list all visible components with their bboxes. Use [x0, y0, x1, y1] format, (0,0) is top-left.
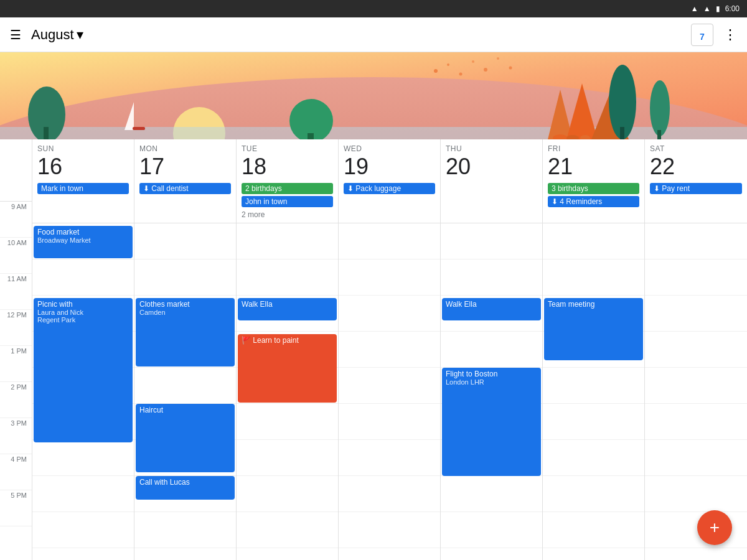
svg-rect-14 [620, 127, 624, 139]
status-time: 6:00 [725, 4, 740, 13]
day-num-thu: 20 [446, 154, 537, 179]
time-slot-2pm: 2 PM [0, 382, 32, 418]
time-slot-9am: 9 AM [0, 202, 32, 238]
event-haircut[interactable]: Haircut [136, 404, 235, 472]
status-bar: ▲ ▲ ▮ 6:00 [0, 0, 747, 17]
menu-button[interactable]: ☰ [10, 27, 21, 42]
event-call-lucas[interactable]: Call with Lucas [136, 476, 235, 500]
hour-3-sun [32, 440, 134, 476]
time-slot-4pm: 4 PM [0, 454, 32, 490]
event-learn-paint[interactable]: 🚩 Learn to paint [238, 334, 337, 403]
svg-point-21 [484, 68, 487, 72]
svg-point-22 [497, 57, 499, 60]
day-header-sat: Sat 22 ⬇ Pay rent [645, 139, 747, 223]
event-picnic-sub: Laura and Nick [37, 309, 129, 316]
svg-rect-16 [657, 130, 661, 139]
event-call-lucas-title: Call with Lucas [139, 478, 231, 487]
event-3-birthdays[interactable]: 3 birthdays [548, 183, 639, 194]
day-body-thu: Walk Ella Flight to Boston London LHR [441, 223, 543, 560]
svg-rect-3 [0, 127, 747, 139]
hour-11-wed [339, 296, 440, 332]
day-name-sun: Sun [37, 144, 129, 153]
event-picnic[interactable]: Picnic with Laura and Nick Regent Park [34, 298, 133, 442]
svg-rect-5 [133, 127, 145, 130]
banner-illustration [0, 52, 747, 139]
event-call-dentist[interactable]: ⬇ Call dentist [139, 183, 231, 194]
time-slot-1pm: 1 PM [0, 346, 32, 382]
calendar-day-number: 7 [700, 32, 705, 42]
day-num-fri: 21 [548, 154, 639, 179]
hour-1-sat [645, 368, 747, 404]
event-walk-ella-tue[interactable]: Walk Ella [238, 298, 337, 320]
event-picnic-location: Regent Park [37, 316, 129, 324]
event-4-reminders[interactable]: ⬇ 4 Reminders [548, 196, 639, 207]
event-team-meeting[interactable]: Team meeting [544, 298, 643, 360]
calendar-today-button[interactable]: 7 [691, 24, 713, 46]
day-header-wed: Wed 19 ⬇ Pack luggage [339, 139, 441, 223]
hour-9-mon [134, 223, 236, 259]
hour-3-wed [339, 440, 440, 476]
add-event-button[interactable]: + [697, 510, 732, 545]
top-bar-actions: 7 ⋮ [691, 24, 737, 46]
days-body: Food market Broadway Market Picnic with … [32, 223, 747, 560]
event-pack-luggage[interactable]: ⬇ Pack luggage [344, 183, 435, 194]
hour-10-fri [543, 259, 644, 296]
event-walk-ella-thu[interactable]: Walk Ella [442, 298, 541, 320]
signal-icon: ▲ [703, 4, 711, 13]
day-header-sun: Sun 16 Mark in town [32, 139, 134, 223]
hour-12-wed [339, 332, 440, 368]
hour-3-fri [543, 440, 644, 476]
hour-3-sat [645, 440, 747, 476]
more-events-link-tue[interactable]: 2 more [242, 209, 333, 220]
hour-10-sun [32, 259, 134, 296]
time-slot-10am: 10 AM [0, 238, 32, 274]
day-body-wed [339, 223, 441, 560]
day-num-tue: 18 [242, 154, 333, 179]
event-food-market[interactable]: Food market Broadway Market [34, 226, 133, 258]
svg-point-15 [650, 80, 670, 136]
hour-10-wed [339, 259, 440, 296]
hour-10-tue [237, 259, 338, 296]
hour-1-wed [339, 368, 440, 404]
hour-5-thu [441, 512, 542, 548]
event-food-market-sub: Broadway Market [37, 236, 129, 244]
hour-3-tue [237, 440, 338, 476]
day-name-tue: Tue [242, 144, 333, 153]
event-flight-boston-title: Flight to Boston [446, 370, 537, 378]
hour-9-wed [339, 223, 440, 259]
wifi-icon: ▲ [691, 4, 698, 13]
event-walk-ella-tue-title: Walk Ella [242, 300, 333, 309]
day-name-sat: Sat [650, 144, 742, 153]
day-name-wed: Wed [344, 144, 435, 153]
hour-9-thu [441, 223, 542, 259]
hour-1-fri [543, 368, 644, 404]
day-name-thu: Thu [446, 144, 537, 153]
top-bar: ☰ August ▾ 7 ⋮ [0, 17, 747, 52]
svg-point-17 [434, 69, 438, 73]
hour-12-thu [441, 332, 542, 368]
hour-10-sat [645, 259, 747, 296]
hour-5-sun [32, 512, 134, 548]
event-mark-in-town[interactable]: Mark in town [37, 183, 129, 194]
event-walk-ella-thu-title: Walk Ella [446, 300, 537, 309]
battery-icon: ▮ [716, 4, 720, 13]
day-header-mon: Mon 17 ⬇ Call dentist [134, 139, 237, 223]
event-2-birthdays[interactable]: 2 birthdays [242, 183, 333, 194]
event-clothes-market[interactable]: Clothes market Camden [136, 298, 235, 366]
hour-5-tue [237, 512, 338, 548]
event-learn-paint-title: 🚩 Learn to paint [242, 336, 333, 345]
day-body-fri: Team meeting [543, 223, 645, 560]
event-clothes-market-sub: Camden [139, 309, 231, 316]
event-flight-boston[interactable]: Flight to Boston London LHR [442, 368, 541, 476]
hour-4-wed [339, 476, 440, 512]
event-haircut-title: Haircut [139, 406, 231, 414]
event-pay-rent[interactable]: ⬇ Pay rent [650, 183, 742, 194]
more-options-button[interactable]: ⋮ [723, 27, 737, 43]
month-label: August [31, 27, 74, 43]
event-picnic-title: Picnic with [37, 300, 129, 309]
hour-10-mon [134, 259, 236, 296]
day-header-tue: Tue 18 2 birthdays John in town 2 more [237, 139, 339, 223]
event-john-in-town[interactable]: John in town [242, 196, 333, 207]
month-selector[interactable]: August ▾ [31, 27, 83, 43]
hour-2-fri [543, 404, 644, 440]
